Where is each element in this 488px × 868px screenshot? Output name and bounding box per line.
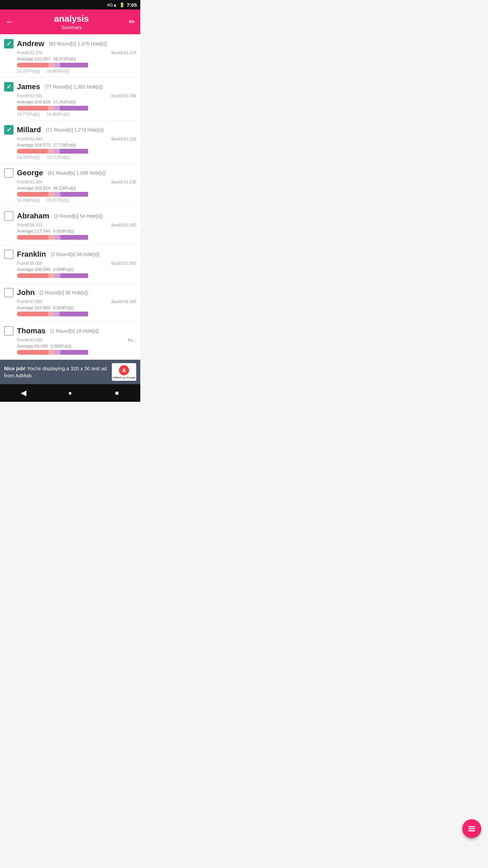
bar-pink-franklin [17,273,48,278]
nav-bar [0,384,140,402]
avg-puts-row-james: Average:104.829 37.263Put[s] [17,99,136,104]
puts2-andrew: 18.866Put[s] [46,69,69,74]
player-name-franklin: Franklin [17,250,46,259]
back9-andrew: Back9:51.378 [111,51,136,55]
back9-george: Back9:51.230 [111,180,136,184]
header-title: analysis [14,14,129,24]
puts2-millard: 18.713Put[s] [46,155,69,160]
player-details-james: Front9:52.531 Back9:52.299 Average:104.8… [17,94,136,117]
player-name-abraham: Abraham [17,212,49,220]
bar-purple-light-millard [54,149,60,154]
bar-purple-light-george [55,192,61,197]
player-row-george: George (61 Round[s] 1,098 Hole[s]) Front… [0,163,140,206]
player-header-andrew: Andrew (82 Round[s] 1,476 Hole[s]) [4,39,136,48]
player-stats-john: (2 Round[s] 36 Hole[s]) [40,290,88,295]
puts-total-thomas: 0.000Put[s] [51,344,72,349]
puts-total-james: 37.263Put[s] [53,100,76,104]
player-header-george: George (61 Round[s] 1,098 Hole[s]) [4,168,136,178]
header-title-block: analysis Summary [14,14,129,30]
nav-home-button[interactable] [63,386,77,400]
bar-purple-john [60,312,88,316]
puts-sub-row-andrew: 19.207Put[s] 18.866Put[s] [17,69,136,74]
header: ← analysis Summary ✏ [0,9,140,34]
front-back-abraham: Front9:56.523 Back9:61.000 [17,223,136,228]
front9-abraham: Front9:56.523 [17,223,42,228]
bar-andrew [17,63,136,67]
back9-thomas: Ba... [128,338,136,342]
front-back-george: Front9:51.384 Back9:51.230 [17,180,136,184]
bar-purple-light-franklin [55,273,61,278]
bar-purple-light-andrew [55,63,61,67]
player-header-thomas: Thomas (1 Round[s] 18 Hole[s]) [4,326,136,336]
player-stats-andrew: (82 Round[s] 1,476 Hole[s]) [49,41,107,46]
bar-purple-light-james [54,106,60,111]
avg-thomas: Average:93.000 [17,343,48,349]
back9-james: Back9:52.299 [111,94,136,98]
bar-purple-light-john [54,312,60,316]
bar-franklin [17,273,136,278]
player-stats-thomas: (1 Round[s] 18 Hole[s]) [50,328,99,334]
bar-pink-light-andrew [48,63,55,67]
puts-total-andrew: 38.073Put[s] [53,57,76,61]
puts1-andrew: 19.207Put[s] [17,69,40,74]
bar-john [17,312,136,316]
bar-purple-light-thomas [55,350,61,355]
bar-pink-millard [17,149,48,154]
bar-purple-franklin [60,273,88,278]
checkbox-franklin[interactable] [4,250,14,259]
player-list: Andrew (82 Round[s] 1,476 Hole[s]) Front… [0,34,140,360]
player-stats-george: (61 Round[s] 1,098 Hole[s]) [48,170,106,176]
player-details-abraham: Front9:56.523 Back9:61.000 Average:117.5… [17,223,136,241]
checkbox-andrew[interactable] [4,39,14,48]
front-back-thomas: Front9:43.000 Ba... [17,338,136,342]
puts1-james: 18.775Put[s] [17,112,40,117]
bar-purple-james [60,106,88,111]
player-header-john: John (2 Round[s] 36 Hole[s]) [4,288,136,297]
bar-purple-george [60,192,88,197]
avg-george: Average:102.614 [17,185,50,191]
player-row-james: James (77 Round[s] 1,383 Hole[s]) Front9… [0,77,140,120]
player-name-thomas: Thomas [17,327,45,335]
player-stats-james: (77 Round[s] 1,383 Hole[s]) [45,84,103,90]
checkbox-millard[interactable] [4,125,14,135]
puts-total-franklin: 0.000Put[s] [53,267,74,272]
bar-pink-james [17,106,48,111]
signal-icon: 4G▲ [107,2,117,7]
nav-back-button[interactable] [17,386,30,400]
puts-total-george: 38.236Put[s] [53,186,76,191]
edit-button[interactable]: ✏ [129,18,135,26]
bar-pink-andrew [17,63,48,67]
bar-abraham [17,235,136,240]
checkbox-george[interactable] [4,168,14,178]
back-button[interactable]: ← [5,17,14,27]
checkbox-thomas[interactable] [4,326,14,336]
bar-purple-abraham [60,235,88,240]
checkbox-james[interactable] [4,82,14,92]
player-name-andrew: Andrew [17,39,44,48]
back9-franklin: Back9:51.000 [111,261,136,266]
nav-square-button[interactable] [110,386,124,400]
bar-pink-light-abraham [48,235,55,240]
player-row-andrew: Andrew (82 Round[s] 1,476 Hole[s]) Front… [0,34,140,77]
player-header-james: James (77 Round[s] 1,383 Hole[s]) [4,82,136,92]
admob-logo-icon: a [119,365,129,375]
checkbox-abraham[interactable] [4,211,14,221]
bar-purple-andrew [60,63,88,67]
puts1-millard: 19.002Put[s] [17,155,40,160]
status-bar: 4G▲ 🔋 7:05 [0,0,140,9]
player-row-john: John (2 Round[s] 36 Hole[s]) Front9:47.0… [0,283,140,321]
bar-purple-thomas [60,350,88,355]
bar-pink-thomas [17,350,48,355]
player-details-george: Front9:51.384 Back9:51.230 Average:102.6… [17,180,136,203]
bar-george [17,192,136,197]
front-back-andrew: Front9:51.279 Back9:51.378 [17,51,136,55]
front-back-franklin: Front9:55.000 Back9:51.000 [17,261,136,266]
player-details-thomas: Front9:43.000 Ba... Average:93.000 0.000… [17,338,136,356]
checkbox-john[interactable] [4,288,14,297]
time-display: 7:05 [127,2,137,8]
bar-pink-light-george [48,192,55,197]
avg-james: Average:104.829 [17,99,50,104]
puts-sub-row-james: 18.775Put[s] 18.489Put[s] [17,112,136,117]
front9-james: Front9:52.531 [17,94,42,98]
puts-total-millard: 37.716Put[s] [53,143,76,147]
